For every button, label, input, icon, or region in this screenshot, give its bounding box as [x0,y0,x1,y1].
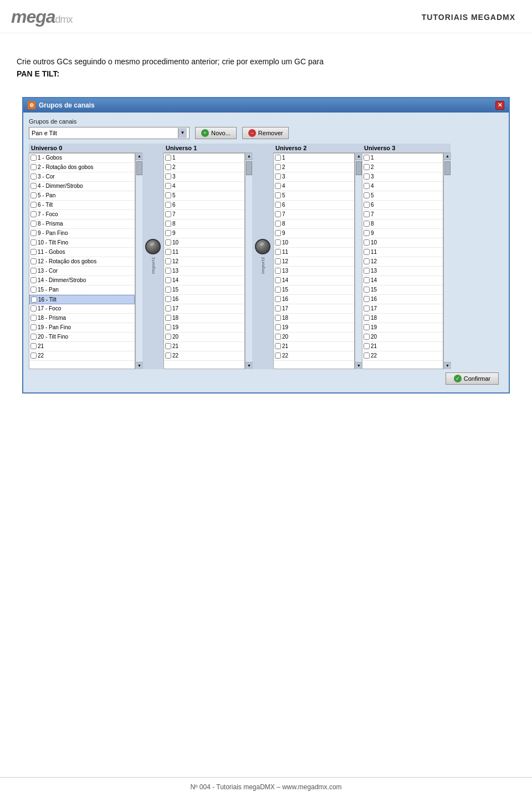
u3-ch21[interactable]: 21 [362,342,443,351]
u2-ch12-cb[interactable] [275,258,281,264]
u3-ch15[interactable]: 15 [362,285,443,295]
u1-ch12-cb[interactable] [165,258,171,264]
u3-ch10[interactable]: 10 [362,238,443,248]
u2-ch16[interactable]: 16 [274,295,354,304]
u0-ch14-checkbox[interactable] [30,277,37,283]
u0-ch10-checkbox[interactable] [30,239,37,246]
u0-ch18[interactable]: 18 - Prisma [29,314,135,323]
u3-ch2-cb[interactable] [364,164,370,170]
u2-ch17[interactable]: 17 [274,304,354,314]
u0-ch1-checkbox[interactable] [30,155,37,161]
u1-ch10-cb[interactable] [165,239,171,246]
u3-ch6-cb[interactable] [364,202,370,208]
u0-ch16[interactable]: 16 - Tilt [29,295,135,304]
u0-ch15-checkbox[interactable] [30,287,37,293]
u1-ch2[interactable]: 2 [164,163,244,172]
u1-ch18[interactable]: 18 [164,314,244,323]
u2-ch9-cb[interactable] [275,230,281,236]
u1-ch11-cb[interactable] [165,249,171,255]
u1-scroll-thumb[interactable] [246,161,252,175]
u1-ch15-cb[interactable] [165,287,171,293]
u1-ch16-cb[interactable] [165,296,171,302]
import1-button[interactable]: Import1 [145,239,161,274]
u0-ch2-checkbox[interactable] [30,164,37,170]
u1-ch2-cb[interactable] [165,164,171,170]
u1-scroll-up[interactable]: ▲ [245,153,253,160]
u2-scroll-thumb[interactable] [356,161,362,175]
u3-ch17-cb[interactable] [364,305,370,311]
u3-ch4[interactable]: 4 [362,182,443,191]
u2-ch21-cb[interactable] [275,343,281,349]
u0-ch8-checkbox[interactable] [30,221,37,227]
u1-ch19-cb[interactable] [165,324,171,330]
u0-ch15[interactable]: 15 - Pan [29,285,135,295]
u0-ch22[interactable]: 22 [29,351,135,361]
u1-ch10[interactable]: 10 [164,238,244,248]
u0-ch8[interactable]: 8 - Prisma [29,219,135,229]
u2-ch16-cb[interactable] [275,296,281,302]
u2-ch22[interactable]: 22 [274,351,354,361]
u2-ch13-cb[interactable] [275,268,281,274]
u3-ch18[interactable]: 18 [362,314,443,323]
u3-ch7-cb[interactable] [364,211,370,217]
u2-ch11-cb[interactable] [275,249,281,255]
u1-ch5-cb[interactable] [165,192,171,198]
u2-ch7[interactable]: 7 [274,210,354,219]
u0-scroll-up[interactable]: ▲ [136,153,143,160]
u2-ch3-cb[interactable] [275,173,281,180]
u2-ch15[interactable]: 15 [274,285,354,295]
u0-ch22-checkbox[interactable] [30,353,37,359]
u2-ch5[interactable]: 5 [274,191,354,201]
u0-ch11[interactable]: 11 - Gobos [29,248,135,257]
u0-ch4-checkbox[interactable] [30,183,37,189]
u3-ch1-cb[interactable] [364,155,370,161]
u2-ch7-cb[interactable] [275,211,281,217]
u0-ch7[interactable]: 7 - Foco [29,210,135,219]
u0-ch9[interactable]: 9 - Pan Fino [29,229,135,238]
u0-ch19[interactable]: 19 - Pan Fino [29,323,135,333]
u1-ch17[interactable]: 17 [164,304,244,314]
u3-ch16[interactable]: 16 [362,295,443,304]
u3-ch11-cb[interactable] [364,249,370,255]
u1-ch20[interactable]: 20 [164,333,244,342]
u0-ch12[interactable]: 12 - Rotação dos gobos [29,257,135,267]
u2-ch19-cb[interactable] [275,324,281,330]
u0-ch16-checkbox[interactable] [31,297,37,303]
u0-ch5[interactable]: 5 - Pan [29,191,135,201]
u2-ch20-cb[interactable] [275,334,281,340]
u0-ch12-checkbox[interactable] [30,258,37,264]
u3-ch4-cb[interactable] [364,183,370,189]
u1-scroll-down[interactable]: ▼ [245,362,253,369]
u0-scrollbar[interactable]: ▲ ▼ [135,153,142,369]
u2-ch19[interactable]: 19 [274,323,354,333]
u2-ch11[interactable]: 11 [274,248,354,257]
u1-ch12[interactable]: 12 [164,257,244,267]
import2-button[interactable]: Import2 [255,239,270,274]
u0-ch17[interactable]: 17 - Foco [29,304,135,314]
u2-ch1[interactable]: 1 [274,154,354,163]
u1-ch1[interactable]: 1 [164,154,244,163]
u0-ch3[interactable]: 3 - Cor [29,172,135,182]
u3-scroll-up[interactable]: ▲ [444,153,451,160]
u1-ch22[interactable]: 22 [164,351,244,361]
u3-ch2[interactable]: 2 [362,163,443,172]
u1-ch9-cb[interactable] [165,230,171,236]
u2-scrollbar[interactable]: ▲ ▼ [355,153,362,369]
u3-ch22-cb[interactable] [364,353,370,359]
u2-ch4-cb[interactable] [275,183,281,189]
u1-ch8-cb[interactable] [165,221,171,227]
u2-ch22-cb[interactable] [275,353,281,359]
u1-ch14-cb[interactable] [165,277,171,283]
u3-ch9-cb[interactable] [364,230,370,236]
u3-ch9[interactable]: 9 [362,229,443,238]
u3-ch20-cb[interactable] [364,334,370,340]
u2-ch15-cb[interactable] [275,287,281,293]
u1-ch6[interactable]: 6 [164,201,244,210]
u3-scroll-down[interactable]: ▼ [444,362,451,369]
u3-scrollbar[interactable]: ▲ ▼ [443,153,451,369]
u1-ch8[interactable]: 8 [164,219,244,229]
u3-ch6[interactable]: 6 [362,201,443,210]
u3-ch16-cb[interactable] [364,296,370,302]
group-selector[interactable]: Pan e Tilt ▼ [29,127,190,139]
u2-ch14-cb[interactable] [275,277,281,283]
